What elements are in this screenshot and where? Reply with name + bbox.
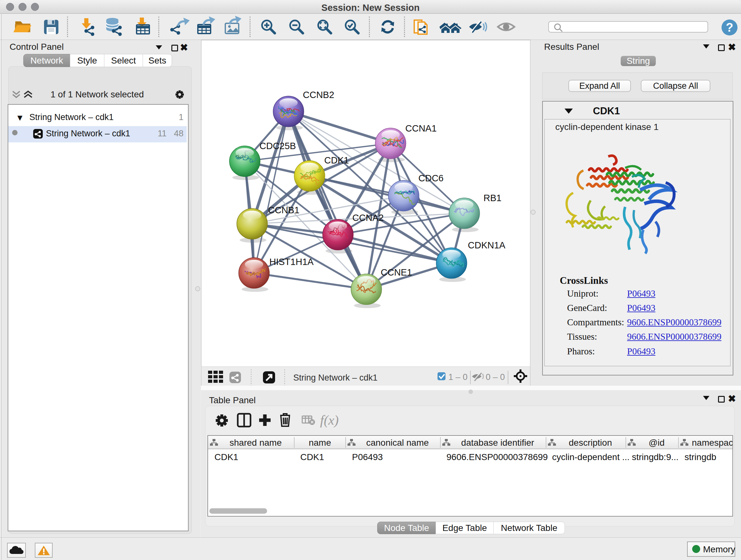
- svg-text:CDK1: CDK1: [324, 155, 349, 165]
- svg-text:database identifier: database identifier: [461, 438, 534, 448]
- svg-text:CCNB1: CCNB1: [268, 205, 299, 215]
- svg-text:canonical name: canonical name: [366, 438, 428, 448]
- svg-text:0 – 0: 0 – 0: [486, 372, 505, 382]
- svg-text:CDC6: CDC6: [418, 173, 444, 183]
- svg-text:f(x): f(x): [320, 413, 339, 428]
- svg-text:RB1: RB1: [483, 193, 501, 203]
- svg-text:CCNB2: CCNB2: [303, 90, 334, 100]
- svg-text:CDC25B: CDC25B: [259, 141, 296, 151]
- svg-text:shared name: shared name: [229, 438, 281, 448]
- svg-text:@id: @id: [649, 438, 664, 448]
- svg-text:namespace: namespace: [692, 438, 732, 448]
- svg-text:CDKN1A: CDKN1A: [468, 240, 506, 250]
- svg-text:name: name: [309, 438, 331, 448]
- svg-text:HIST1H1A: HIST1H1A: [269, 257, 314, 267]
- svg-text:?: ?: [726, 21, 733, 34]
- svg-text:CCNA1: CCNA1: [405, 123, 436, 133]
- svg-text:CCNA2: CCNA2: [352, 212, 384, 223]
- svg-text:1 – 0: 1 – 0: [448, 372, 468, 382]
- svg-text:CCNE1: CCNE1: [381, 267, 412, 277]
- svg-text:String Network – cdk1: String Network – cdk1: [293, 373, 378, 382]
- svg-text:description: description: [569, 438, 612, 448]
